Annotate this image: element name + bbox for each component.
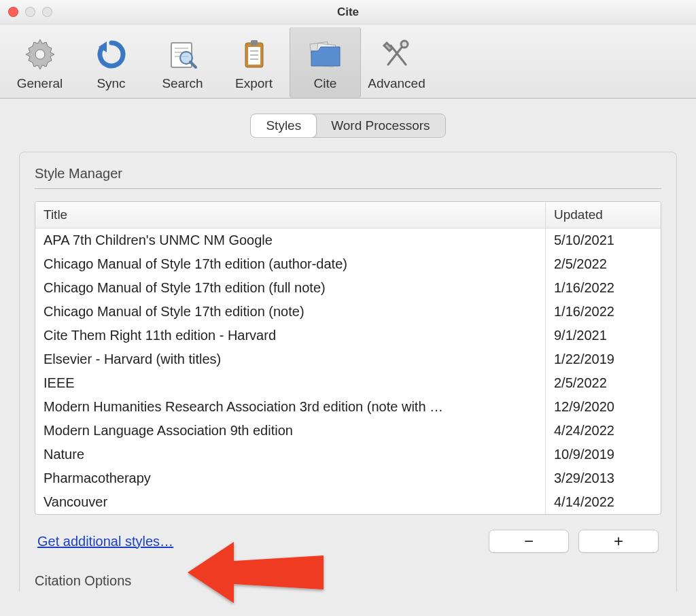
table-row[interactable]: Chicago Manual of Style 17th edition (fu… [35, 276, 661, 300]
table-row[interactable]: Chicago Manual of Style 17th edition (au… [35, 252, 661, 276]
svg-point-18 [401, 41, 408, 48]
toolbar-label: Search [162, 76, 203, 91]
svg-point-1 [35, 50, 45, 59]
subtab-bar: Styles Word Processors [0, 99, 696, 138]
section-heading: Style Manager [35, 166, 661, 189]
cell-updated: 1/22/2019 [545, 347, 661, 371]
toolbar-export[interactable]: Export [218, 27, 290, 98]
table-row[interactable]: Pharmacotherapy3/29/2013 [35, 466, 661, 490]
cell-updated: 4/14/2022 [545, 490, 661, 514]
toolbar-cite[interactable]: Cite [290, 27, 361, 98]
titlebar: Cite [0, 0, 696, 24]
get-additional-styles-link[interactable]: Get additional styles… [37, 534, 173, 549]
cell-title: Pharmacotherapy [35, 466, 545, 490]
cell-updated: 2/5/2022 [545, 371, 661, 395]
folder-icon [307, 35, 344, 73]
table-row[interactable]: Modern Humanities Research Association 3… [35, 395, 661, 419]
styles-panel: Style Manager Title Updated APA 7th Chil… [19, 152, 677, 592]
add-style-button[interactable]: + [578, 530, 659, 553]
toolbar-sync[interactable]: Sync [75, 27, 147, 98]
cell-title: Modern Language Association 9th edition [35, 419, 545, 443]
cell-updated: 5/10/2021 [545, 228, 661, 252]
cell-updated: 1/16/2022 [545, 300, 661, 324]
preferences-toolbar: General Sync Search [0, 24, 696, 99]
cell-updated: 1/16/2022 [545, 276, 661, 300]
table-row[interactable]: APA 7th Children's UNMC NM Google5/10/20… [35, 228, 661, 252]
cell-updated: 10/9/2019 [545, 443, 661, 466]
cell-title: Chicago Manual of Style 17th edition (au… [35, 252, 545, 276]
col-updated[interactable]: Updated [545, 202, 661, 228]
table-footer: Get additional styles… − + [35, 515, 661, 553]
tab-word-processors[interactable]: Word Processors [316, 114, 445, 137]
table-header: Title Updated [35, 202, 661, 228]
cell-updated: 2/5/2022 [545, 252, 661, 276]
cell-title: Cite Them Right 11th edition - Harvard [35, 324, 545, 347]
export-icon [237, 35, 271, 73]
table-row[interactable]: Vancouver4/14/2022 [35, 490, 661, 514]
close-icon[interactable] [8, 7, 18, 17]
sync-icon [94, 35, 128, 73]
toolbar-label: Cite [314, 76, 337, 91]
toolbar-label: General [17, 76, 63, 91]
cell-title: Elsevier - Harvard (with titles) [35, 347, 545, 371]
col-title[interactable]: Title [35, 202, 545, 228]
cell-title: Modern Humanities Research Association 3… [35, 395, 545, 419]
gear-icon [23, 35, 57, 73]
cell-title: IEEE [35, 371, 545, 395]
svg-rect-11 [251, 40, 258, 46]
toolbar-label: Advanced [368, 76, 425, 91]
cell-updated: 3/29/2013 [545, 466, 661, 490]
style-table: Title Updated APA 7th Children's UNMC NM… [35, 201, 661, 515]
cell-title: Vancouver [35, 490, 545, 514]
table-row[interactable]: IEEE2/5/2022 [35, 371, 661, 395]
table-row[interactable]: Elsevier - Harvard (with titles)1/22/201… [35, 347, 661, 371]
toolbar-label: Sync [97, 76, 125, 91]
cell-updated: 12/9/2020 [545, 395, 661, 419]
window-title: Cite [337, 5, 359, 19]
cell-title: APA 7th Children's UNMC NM Google [35, 228, 545, 252]
table-row[interactable]: Nature10/9/2019 [35, 443, 661, 466]
tools-icon [380, 35, 414, 73]
cell-updated: 4/24/2022 [545, 419, 661, 443]
minimize-icon[interactable] [25, 7, 35, 17]
table-row[interactable]: Cite Them Right 11th edition - Harvard9/… [35, 324, 661, 347]
table-row[interactable]: Modern Language Association 9th edition4… [35, 419, 661, 443]
window-controls [8, 7, 52, 17]
cell-title: Chicago Manual of Style 17th edition (fu… [35, 276, 545, 300]
toolbar-general[interactable]: General [4, 27, 75, 98]
table-row[interactable]: Chicago Manual of Style 17th edition (no… [35, 300, 661, 324]
toolbar-label: Export [235, 76, 273, 91]
tab-styles[interactable]: Styles [251, 114, 316, 137]
search-icon [166, 35, 200, 73]
cell-title: Nature [35, 443, 545, 466]
toolbar-advanced[interactable]: Advanced [361, 27, 432, 98]
remove-style-button[interactable]: − [489, 530, 569, 553]
toolbar-search[interactable]: Search [147, 27, 218, 98]
cell-title: Chicago Manual of Style 17th edition (no… [35, 300, 545, 324]
table-body: APA 7th Children's UNMC NM Google5/10/20… [35, 228, 661, 514]
citation-options-heading: Citation Options [35, 573, 661, 592]
maximize-icon[interactable] [42, 7, 52, 17]
cell-updated: 9/1/2021 [545, 324, 661, 347]
